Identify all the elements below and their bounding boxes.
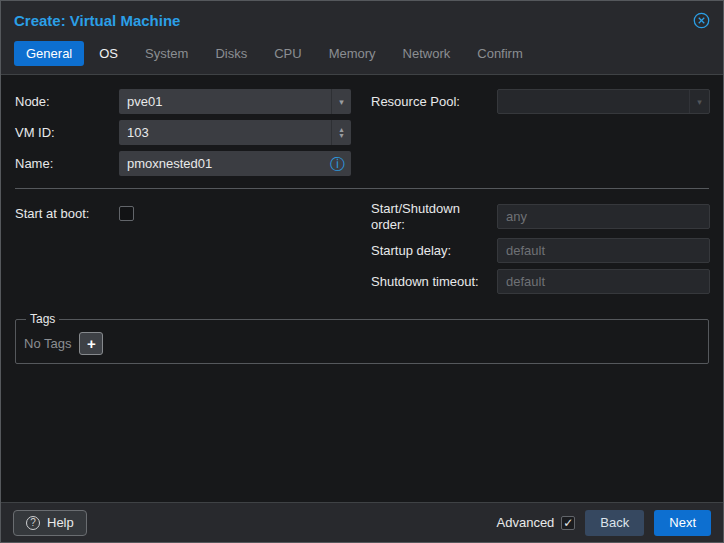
tab-disks: Disks xyxy=(203,41,259,66)
resource-pool-input xyxy=(498,90,689,113)
startup-delay-label: Startup delay: xyxy=(371,243,497,259)
tags-legend: Tags xyxy=(26,312,59,326)
resource-pool-select: ▾ xyxy=(497,89,710,114)
tab-os[interactable]: OS xyxy=(87,41,130,66)
startup-delay-input xyxy=(498,239,709,262)
chevron-down-icon[interactable]: ▾ xyxy=(331,89,351,114)
tab-cpu: CPU xyxy=(262,41,313,66)
no-tags-text: No Tags xyxy=(24,336,71,351)
advanced-toggle[interactable]: Advanced xyxy=(497,515,576,530)
create-vm-dialog: Create: Virtual Machine General OS Syste… xyxy=(0,0,724,543)
spinner-arrows-icon[interactable]: ▴▾ xyxy=(331,120,351,145)
name-row: Name: ⓘ xyxy=(15,151,371,176)
startup-section: Start at boot: Start/Shutdown order: Sta… xyxy=(15,201,709,300)
question-icon: ? xyxy=(26,516,40,530)
help-button[interactable]: ? Help xyxy=(13,510,87,536)
start-at-boot-row: Start at boot: xyxy=(15,201,371,226)
start-shutdown-order-row: Start/Shutdown order: xyxy=(371,201,710,232)
dialog-titlebar: Create: Virtual Machine xyxy=(1,1,723,39)
next-button[interactable]: Next xyxy=(654,510,711,536)
vmid-label: VM ID: xyxy=(15,125,119,141)
section-divider xyxy=(15,188,709,189)
startup-delay-row: Startup delay: xyxy=(371,238,710,263)
chevron-down-icon: ▾ xyxy=(689,90,709,113)
start-shutdown-order-label: Start/Shutdown order: xyxy=(371,201,497,232)
name-input[interactable] xyxy=(119,151,328,176)
tab-confirm: Confirm xyxy=(465,41,535,66)
start-shutdown-order-input xyxy=(498,205,709,228)
node-input[interactable] xyxy=(119,89,331,114)
name-label: Name: xyxy=(15,156,119,172)
general-panel: Node: ▾ VM ID: ▴▾ Name: xyxy=(1,75,723,502)
tab-network: Network xyxy=(391,41,463,66)
start-at-boot-label: Start at boot: xyxy=(15,206,119,222)
identity-section: Node: ▾ VM ID: ▴▾ Name: xyxy=(15,89,709,182)
tab-general[interactable]: General xyxy=(14,41,84,66)
vmid-spinner[interactable]: ▴▾ xyxy=(119,120,351,145)
advanced-checkbox[interactable] xyxy=(561,516,575,530)
info-icon[interactable]: ⓘ xyxy=(328,156,351,171)
resource-pool-row: Resource Pool: ▾ xyxy=(371,89,710,114)
shutdown-timeout-input xyxy=(498,270,709,293)
start-shutdown-order-field xyxy=(497,204,710,229)
node-label: Node: xyxy=(15,94,119,110)
tab-system: System xyxy=(133,41,200,66)
tags-fieldset: Tags No Tags + xyxy=(15,312,709,364)
wizard-tabs: General OS System Disks CPU Memory Netwo… xyxy=(1,39,723,75)
node-row: Node: ▾ xyxy=(15,89,371,114)
back-button[interactable]: Back xyxy=(585,510,644,536)
shutdown-timeout-field xyxy=(497,269,710,294)
advanced-label: Advanced xyxy=(497,515,555,530)
add-tag-button[interactable]: + xyxy=(79,332,103,355)
node-select[interactable]: ▾ xyxy=(119,89,351,114)
resource-pool-label: Resource Pool: xyxy=(371,94,497,110)
shutdown-timeout-row: Shutdown timeout: xyxy=(371,269,710,294)
startup-delay-field xyxy=(497,238,710,263)
vmid-row: VM ID: ▴▾ xyxy=(15,120,371,145)
dialog-footer: ? Help Advanced Back Next xyxy=(1,502,723,542)
shutdown-timeout-label: Shutdown timeout: xyxy=(371,274,497,290)
vmid-input[interactable] xyxy=(119,120,331,145)
dialog-title: Create: Virtual Machine xyxy=(14,12,693,29)
start-at-boot-checkbox[interactable] xyxy=(119,206,134,221)
help-label: Help xyxy=(47,515,74,530)
name-field[interactable]: ⓘ xyxy=(119,151,351,176)
close-icon[interactable] xyxy=(693,12,710,29)
tab-memory: Memory xyxy=(317,41,388,66)
